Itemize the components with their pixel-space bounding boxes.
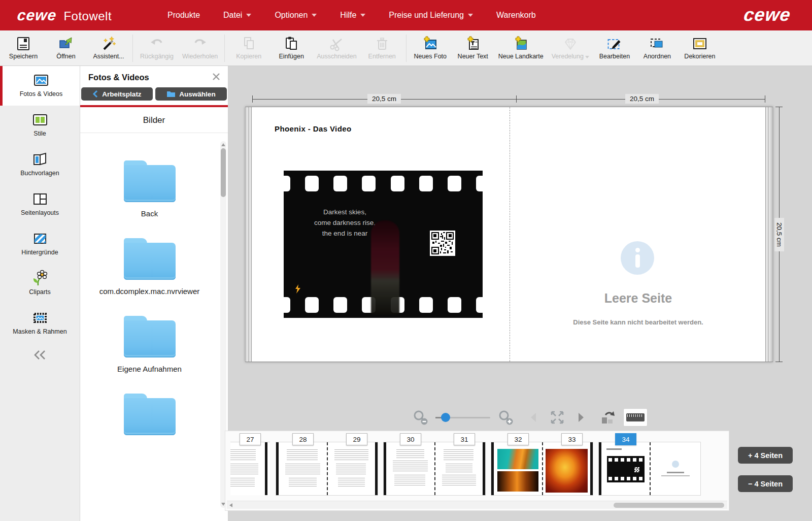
sidebar-item-seitenlayouts[interactable]: Seitenlayouts (0, 185, 80, 224)
toolbar-separator (224, 35, 225, 62)
menu-preise-und-lieferung[interactable]: Preise und Lieferung (389, 11, 473, 20)
page-tab[interactable]: 28 (292, 433, 314, 445)
reorder-pages-button[interactable] (600, 409, 616, 426)
list-item[interactable]: com.dcomplex.mac.nvrviewer (80, 238, 219, 296)
zoom-in-button[interactable] (497, 409, 514, 426)
decorate-button[interactable]: Dekorieren (679, 36, 721, 60)
sidebar: Fotos & Videos Stile Buchvorlagen Seiten… (0, 66, 80, 521)
assistant-button[interactable]: Assistent... (87, 36, 130, 60)
toggle-ruler-button[interactable] (623, 408, 648, 427)
next-spread-button[interactable] (572, 409, 589, 426)
sidebar-item-masken-rahmen[interactable]: Masken & Rahmen (0, 304, 80, 343)
page-tab[interactable]: 27 (240, 433, 261, 445)
empty-page-message: Diese Seite kann nicht bearbeitet werden… (510, 318, 766, 326)
open-button[interactable]: Öffnen (45, 36, 87, 60)
zoom-slider-thumb[interactable] (441, 413, 450, 422)
scroll-left-icon[interactable] (229, 503, 232, 507)
double-chevron-left-icon (31, 349, 49, 361)
magic-wand-icon (101, 36, 116, 51)
ruler-label-left: 20,5 cm (367, 94, 401, 104)
main-menu: Produkte Datei Optionen Hilfe Preise und… (167, 0, 536, 30)
book-spread: Phoenix - Das Video Darkest skies, come … (245, 107, 773, 362)
spread-thumbnail-32-33[interactable]: 32 33 (491, 433, 593, 495)
sidebar-item-fotos-videos[interactable]: Fotos & Videos (0, 66, 80, 106)
sidebar-item-cliparts[interactable]: Cliparts (0, 264, 80, 304)
save-button[interactable]: Speichern (2, 36, 45, 60)
remove-pages-button[interactable]: − 4 Seiten (738, 475, 793, 492)
spread-thumbnail-34[interactable]: 34 (599, 433, 700, 495)
arrange-icon (650, 36, 665, 51)
menu-datei[interactable]: Datei (223, 11, 251, 20)
page-stack-left (246, 107, 253, 362)
scrollbar-thumb[interactable] (614, 503, 724, 508)
dropdown-arrow-icon (312, 14, 317, 17)
undo-icon (149, 36, 164, 51)
filmstrip-photo[interactable]: Darkest skies, come darkness rise, the e… (284, 171, 483, 318)
collapse-panel-button[interactable] (0, 349, 80, 363)
toolbar-separator (406, 35, 407, 62)
sidebar-item-hintergruende[interactable]: Hintergründe (0, 224, 80, 264)
undo-button: Rückgängig (136, 36, 178, 60)
page-title-text[interactable]: Phoenix - Das Video (275, 124, 352, 133)
mini-info-icon (672, 461, 679, 468)
save-icon (16, 36, 31, 51)
menu-produkte[interactable]: Produkte (167, 11, 200, 20)
vertical-ruler: 20,5 cm (779, 107, 780, 362)
spread-thumbnail-27[interactable]: 27 (230, 433, 270, 495)
ruler-icon (626, 413, 645, 421)
workspace-back-button[interactable]: Arbeitsplatz (81, 87, 153, 101)
panel-section-title: Bilder (80, 107, 228, 133)
folder-list: Back com.dcomplex.mac.nvrviewer Eigene A… (80, 142, 219, 510)
copy-button: Kopieren (227, 36, 270, 60)
previous-spread-button[interactable] (526, 409, 542, 426)
zoom-out-button[interactable] (412, 409, 428, 426)
list-item[interactable] (80, 394, 219, 435)
add-pages-button[interactable]: + 4 Seiten (738, 447, 793, 464)
thumbnail-photo (497, 471, 538, 492)
close-icon[interactable] (212, 72, 221, 81)
list-item[interactable]: Eigene Aufnahmen (80, 316, 219, 373)
page-tab[interactable]: 33 (561, 433, 583, 445)
arrange-button[interactable]: Anordnen (636, 36, 679, 60)
new-photo-button[interactable]: Neues Foto (409, 36, 452, 60)
menu-warenkorb[interactable]: Warenkorb (496, 11, 536, 20)
spread-thumbnail-28-29[interactable]: 28 29 (276, 433, 378, 495)
thumbnail-scrollbar[interactable] (227, 501, 727, 509)
edit-button[interactable]: Bearbeiten (593, 36, 636, 60)
spread-thumbnail-30-31[interactable]: 30 31 (384, 433, 485, 495)
fit-view-button[interactable] (549, 409, 565, 426)
menu-optionen[interactable]: Optionen (275, 11, 317, 20)
page-layouts-icon (31, 190, 49, 208)
scroll-up-icon[interactable] (221, 143, 225, 146)
scrollbar-thumb[interactable] (221, 148, 226, 197)
mini-filmstrip (607, 456, 645, 482)
dropdown-arrow-icon (585, 56, 589, 58)
sidebar-item-buchvorlagen[interactable]: Buchvorlagen (0, 145, 80, 185)
spread-thumbnails: 27 28 29 30 31 32 (230, 433, 700, 495)
page-tab-selected[interactable]: 34 (615, 433, 636, 445)
sidebar-item-stile[interactable]: Stile (0, 106, 80, 145)
page-navigator: 27 28 29 30 31 32 (225, 431, 729, 511)
dropdown-arrow-icon (246, 14, 251, 17)
thumbnail-photo (546, 449, 588, 493)
zoom-slider[interactable] (435, 417, 490, 418)
page-tab[interactable]: 29 (346, 433, 367, 445)
styles-icon (31, 111, 49, 128)
page-tab[interactable]: 32 (507, 433, 529, 445)
ruler-label-side: 20,5 cm (774, 217, 784, 251)
select-folder-button[interactable]: Auswählen (155, 87, 227, 101)
page-tab[interactable]: 30 (400, 433, 421, 445)
copy-icon (241, 36, 256, 51)
product-name: Fotowelt (63, 9, 112, 23)
new-map-button[interactable]: Neue Landkarte (494, 36, 548, 60)
menu-hilfe[interactable]: Hilfe (340, 11, 365, 20)
paste-button[interactable]: Einfügen (270, 36, 313, 60)
new-map-icon (513, 36, 528, 51)
folder-icon (123, 238, 177, 280)
page-tab[interactable]: 31 (454, 433, 475, 445)
delete-button: Entfernen (361, 36, 403, 60)
list-item[interactable]: Back (80, 160, 219, 218)
dropdown-arrow-icon (468, 14, 473, 17)
new-text-button[interactable]: Neuer Text (452, 36, 494, 60)
cut-button: Ausschneiden (313, 36, 361, 60)
